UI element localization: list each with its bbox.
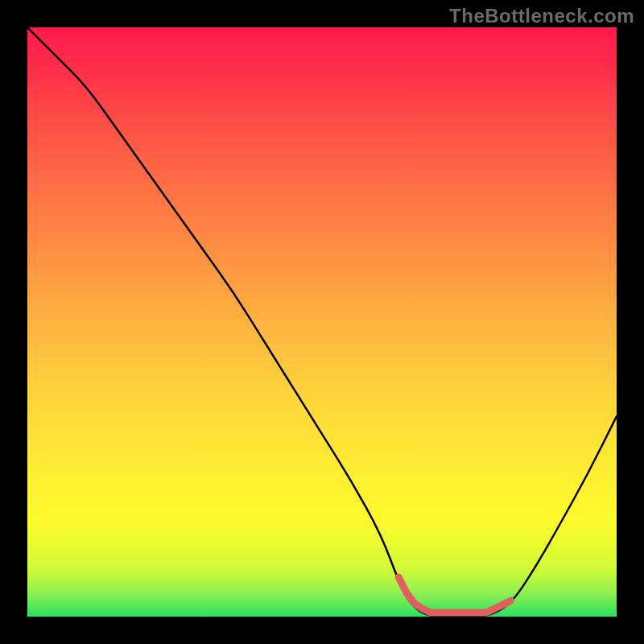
bottleneck-curve bbox=[27, 27, 617, 617]
valley-highlight bbox=[398, 577, 510, 613]
curve-svg bbox=[27, 27, 617, 617]
chart-container: TheBottleneck.com bbox=[0, 0, 644, 644]
plot-area bbox=[27, 27, 617, 617]
watermark-text: TheBottleneck.com bbox=[449, 5, 634, 27]
